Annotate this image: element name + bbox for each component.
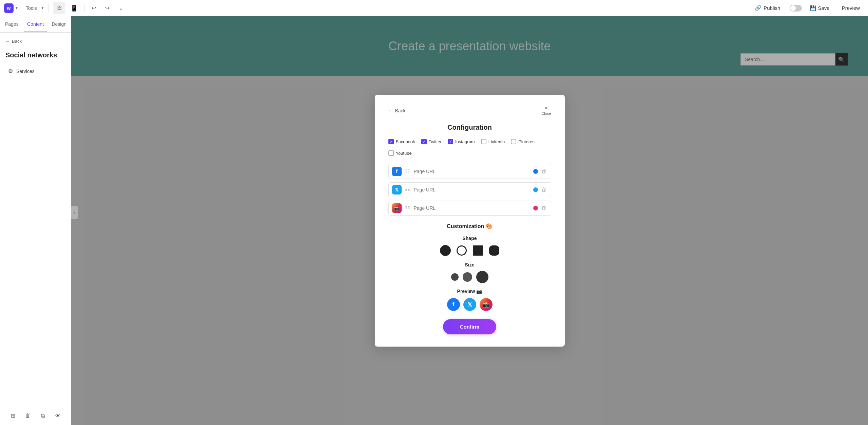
shape-square-button[interactable] [472, 244, 484, 257]
divider-2 [84, 4, 84, 12]
visibility-button[interactable]: 👁 [53, 410, 63, 421]
publish-toggle[interactable] [790, 5, 802, 12]
divider-1 [49, 4, 49, 12]
size-label: Size [388, 262, 551, 267]
square-icon [473, 245, 483, 256]
checkbox-twitter[interactable]: ✓ Twitter [421, 139, 442, 144]
facebook-delete-button[interactable]: 🗑 [541, 168, 547, 175]
preview-facebook-icon[interactable]: f [447, 298, 460, 311]
modal-title: Configuration [388, 124, 551, 131]
checkbox-instagram[interactable]: ✓ Instagram [448, 139, 475, 144]
size-options-row [388, 271, 551, 283]
preview-label: Preview 📷 [388, 289, 551, 294]
drag-handle-twitter[interactable]: ⠿⠿ [404, 187, 411, 192]
save-label: Save [818, 5, 829, 11]
twitter-url-input[interactable] [414, 187, 531, 192]
checkbox-facebook[interactable]: ✓ Facebook [388, 139, 415, 144]
twitter-label: Twitter [429, 139, 442, 144]
facebook-color-dot[interactable] [533, 169, 538, 174]
instagram-delete-button[interactable]: 🗑 [541, 204, 547, 212]
pinterest-checkbox-unchecked [511, 139, 516, 144]
shape-filled-circle-button[interactable] [439, 244, 451, 257]
delete-button[interactable]: 🗑 [22, 410, 33, 421]
facebook-url-input[interactable] [414, 169, 531, 174]
facebook-url-icon: f [392, 167, 402, 176]
instagram-label: Instagram [455, 139, 475, 144]
save-button[interactable]: 💾 Save [806, 3, 833, 13]
logo[interactable]: w ▼ [4, 3, 18, 13]
back-button[interactable]: ← Back [0, 37, 71, 46]
add-section-button[interactable]: ⊞ [7, 410, 18, 421]
undo-button[interactable]: ↩ [89, 3, 99, 14]
close-x-icon: ✕ [544, 106, 548, 111]
url-rows-container: f ⠿⠿ 🗑 𝕏 ⠿⠿ 🗑 📷 ⠿⠿ [388, 164, 551, 216]
youtube-checkbox-unchecked [388, 150, 394, 156]
check-mark-icon: ✓ [449, 140, 452, 144]
size-large-button[interactable] [476, 271, 488, 283]
facebook-label: Facebook [396, 139, 415, 144]
mobile-device-button[interactable]: 📱 [68, 2, 80, 14]
checkbox-youtube[interactable]: Youtube [388, 150, 412, 156]
modal-back-button[interactable]: ← Back [388, 108, 406, 113]
tab-content[interactable]: Content [24, 16, 47, 32]
modal-header: ← Back ✕ Close [388, 106, 551, 115]
size-medium-button[interactable] [463, 272, 472, 282]
check-mark-icon: ✓ [423, 140, 425, 144]
modal-back-arrow-icon: ← [388, 108, 393, 113]
tools-menu-button[interactable]: Tools [24, 3, 39, 14]
sidebar: ← Back Social networks ⚙ Services [0, 33, 71, 425]
customization-label: Customization [447, 223, 484, 229]
redo-button[interactable]: ↪ [102, 3, 113, 14]
twitter-color-dot[interactable] [533, 187, 538, 192]
twitter-delete-button[interactable]: 🗑 [541, 186, 547, 193]
youtube-label: Youtube [396, 151, 412, 156]
sidebar-title: Social networks [0, 49, 71, 64]
back-arrow-icon: ← [5, 39, 10, 44]
drag-handle-instagram[interactable]: ⠿⠿ [404, 206, 411, 210]
modal-back-label: Back [395, 108, 406, 113]
customization-emoji: 🎨 [486, 223, 493, 229]
toggle-knob [790, 5, 796, 11]
modal-close-label: Close [541, 111, 551, 115]
services-label: Services [16, 69, 35, 74]
confirm-button[interactable]: Confirm [443, 319, 497, 334]
history-button[interactable]: ⌄ [116, 3, 127, 14]
twitter-checkbox-checked: ✓ [421, 139, 427, 144]
tab-design[interactable]: Design [47, 16, 71, 32]
modal-close-button[interactable]: ✕ Close [541, 106, 551, 115]
size-small-button[interactable] [451, 273, 459, 281]
preview-button[interactable]: Preview [838, 3, 864, 13]
sidebar-item-services[interactable]: ⚙ Services [3, 64, 68, 78]
instagram-url-input[interactable] [414, 205, 531, 211]
desktop-device-button[interactable]: 🖥 [53, 2, 65, 14]
preview-text: Preview [457, 289, 475, 294]
instagram-checkbox-checked: ✓ [448, 139, 453, 144]
check-mark-icon: ✓ [390, 140, 392, 144]
network-checkboxes-row: ✓ Facebook ✓ Twitter ✓ Instagram Linkedi… [388, 139, 551, 156]
checkbox-pinterest[interactable]: Pinterest [511, 139, 536, 144]
tab-pages[interactable]: Pages [0, 16, 24, 32]
publish-label: Publish [764, 5, 780, 11]
drag-handle-facebook[interactable]: ⠿⠿ [404, 169, 411, 174]
checkbox-linkedin[interactable]: Linkedin [481, 139, 505, 144]
tab-bar: Pages Content Design [0, 16, 71, 33]
publish-icon: 🔗 [755, 5, 761, 11]
publish-button[interactable]: 🔗 Publish [749, 3, 786, 13]
layers-button[interactable]: ⧉ [38, 410, 49, 421]
outline-circle-icon [457, 245, 467, 256]
shape-outline-circle-button[interactable] [456, 244, 468, 257]
shape-label: Shape [388, 236, 551, 241]
preview-twitter-icon[interactable]: 𝕏 [463, 298, 476, 311]
twitter-url-icon: 𝕏 [392, 185, 402, 195]
shape-options-row [388, 244, 551, 257]
url-row-twitter: 𝕏 ⠿⠿ 🗑 [388, 182, 551, 197]
facebook-checkbox-checked: ✓ [388, 139, 394, 144]
instagram-color-dot[interactable] [533, 206, 538, 210]
shape-rounded-button[interactable] [488, 244, 500, 257]
toolbar: w ▼ Tools ▼ 🖥 📱 ↩ ↪ ⌄ 🔗 Publish 💾 Save P… [0, 0, 868, 16]
toolbar-right: 🔗 Publish 💾 Save Preview [749, 3, 864, 13]
linkedin-label: Linkedin [488, 139, 505, 144]
preview-instagram-icon[interactable]: 📸 [480, 298, 493, 311]
services-icon: ⚙ [8, 68, 13, 74]
filled-circle-icon [440, 245, 451, 256]
